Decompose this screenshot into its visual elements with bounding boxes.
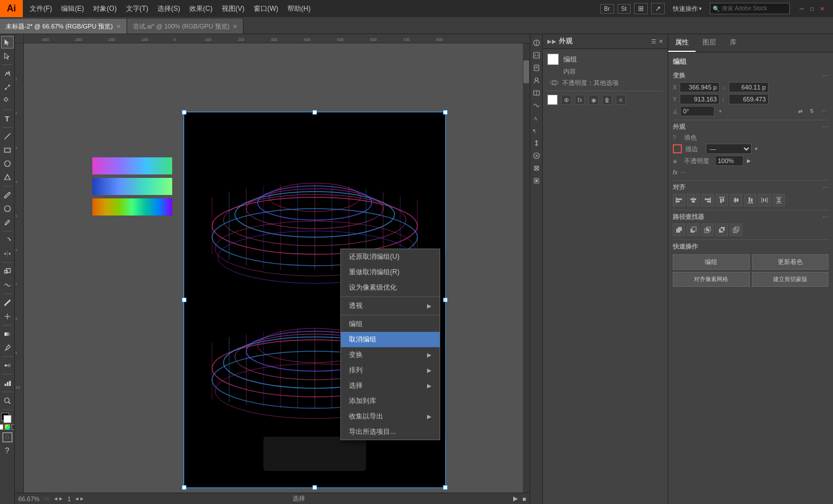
right-icon-10[interactable]: [531, 151, 542, 161]
tool-curvature[interactable]: [1, 81, 14, 94]
status-play[interactable]: ▶: [513, 495, 518, 502]
align-right[interactable]: [701, 194, 714, 206]
distribute-h[interactable]: [758, 194, 771, 206]
ctx-group[interactable]: 编组: [341, 316, 440, 332]
tool-magnify[interactable]: [1, 395, 14, 407]
qa-group-btn[interactable]: 编组: [673, 254, 750, 270]
search-bar[interactable]: 🔍 搜索 Adobe Stock: [710, 3, 790, 14]
menu-view[interactable]: 视图(V): [217, 0, 249, 17]
ctx-export-selected[interactable]: 导出所选项目...: [341, 424, 440, 440]
align-center-v[interactable]: [730, 194, 742, 206]
tool-graph[interactable]: [1, 377, 14, 389]
group-swatch[interactable]: [547, 54, 559, 65]
mask-btn[interactable]: ◉: [588, 95, 599, 105]
tool-blend[interactable]: [1, 359, 14, 372]
pf-exclude[interactable]: [716, 223, 728, 236]
tool-eyedropper[interactable]: [1, 342, 14, 354]
appearance-menu[interactable]: ☰: [651, 38, 656, 44]
opacity-more[interactable]: ▶: [747, 158, 751, 164]
menu-edit[interactable]: 编辑(E): [56, 0, 88, 17]
pf-intersect[interactable]: [701, 223, 714, 236]
pf-unite[interactable]: [673, 223, 685, 236]
ctx-arrange[interactable]: 排列 ▶: [341, 363, 440, 378]
qa-recolor-btn[interactable]: 更新着色: [752, 254, 829, 270]
tool-direct-select[interactable]: [1, 50, 14, 62]
right-icon-12[interactable]: [531, 176, 542, 186]
right-icon-2[interactable]: [531, 50, 542, 60]
pathfinder-more[interactable]: ⋯: [823, 214, 828, 220]
delete-item-btn[interactable]: 🗑: [602, 95, 612, 105]
transform-more[interactable]: ⋯: [823, 72, 828, 79]
ctx-collect-export[interactable]: 收集以导出 ▶: [341, 409, 440, 424]
stroke-dropdown[interactable]: —: [706, 144, 751, 154]
tool-ellipse[interactable]: [1, 157, 14, 170]
right-icon-8[interactable]: ¶: [531, 125, 542, 136]
tool-anchor[interactable]: [1, 95, 14, 107]
tool-pen[interactable]: [1, 67, 14, 80]
color-gradient-btn[interactable]: [5, 424, 10, 430]
stroke-preview[interactable]: [673, 144, 682, 153]
qa-pixel-grid-btn[interactable]: 对齐像素网格: [673, 272, 750, 287]
tool-pencil[interactable]: [1, 216, 14, 229]
tool-gradient[interactable]: [1, 328, 14, 340]
tool-mesh[interactable]: [1, 310, 14, 323]
menu-select[interactable]: 选择(S): [153, 0, 185, 17]
y-input[interactable]: [680, 94, 720, 104]
tab-library[interactable]: 库: [723, 34, 743, 52]
ctx-select[interactable]: 选择 ▶: [341, 378, 440, 393]
ctx-add-to-library[interactable]: 添加到库: [341, 393, 440, 409]
appearance-close[interactable]: ✕: [659, 38, 663, 44]
transform-btn2[interactable]: ⇅: [807, 106, 817, 116]
qa-clipping-mask-btn[interactable]: 建立剪切蒙版: [752, 272, 829, 287]
vscrollbar[interactable]: [523, 43, 530, 493]
stroke-color[interactable]: [3, 415, 11, 423]
menu-file[interactable]: 文件(F): [25, 0, 56, 17]
right-icon-5[interactable]: [531, 88, 542, 98]
duplicate-item-btn[interactable]: ⊕: [561, 95, 571, 105]
tool-question[interactable]: ?: [1, 444, 14, 457]
right-icon-7[interactable]: A: [531, 113, 542, 123]
right-icon-11[interactable]: [531, 163, 542, 173]
tool-select[interactable]: [1, 36, 14, 48]
tool-width[interactable]: [1, 296, 14, 309]
tab-try[interactable]: 尝试.ai* @ 100% (RGB/GPU 预览) ✕: [127, 19, 243, 34]
tool-line[interactable]: [1, 130, 14, 143]
toolbar-grid[interactable]: ⊞: [634, 3, 648, 14]
tool-rotate[interactable]: [1, 234, 14, 246]
appearance-section-more[interactable]: ⋯: [823, 124, 828, 130]
align-more[interactable]: ⋯: [823, 184, 828, 190]
page-arrows[interactable]: ◂ ▸: [75, 495, 84, 502]
w-input[interactable]: [729, 82, 769, 92]
menu-object[interactable]: 对象(O): [88, 0, 121, 17]
menu-window[interactable]: 窗口(W): [249, 0, 283, 17]
tab-close-untitled2[interactable]: ✕: [116, 23, 121, 30]
status-arrows[interactable]: ◂ ▸: [54, 495, 63, 502]
menu-type[interactable]: 文字(T): [121, 0, 153, 17]
toolbar-icon-b[interactable]: Br: [600, 4, 614, 14]
ctx-undo-ungroup[interactable]: 还原取消编组(U): [341, 249, 440, 265]
minimize-button[interactable]: ─: [798, 5, 806, 13]
toolbar-icon-5t[interactable]: St: [617, 4, 631, 14]
align-top[interactable]: [716, 194, 728, 206]
tab-layers[interactable]: 图层: [696, 34, 723, 52]
tab-close-try[interactable]: ✕: [233, 23, 237, 30]
opacity-input[interactable]: [715, 156, 743, 166]
right-icon-4[interactable]: [531, 75, 542, 86]
toolbar-share[interactable]: ↗: [651, 3, 665, 14]
align-left[interactable]: [673, 194, 685, 206]
vscroll-thumb[interactable]: [523, 60, 529, 83]
workspace-selector[interactable]: 快速操作 ▾: [668, 3, 706, 14]
tool-reflect[interactable]: [1, 247, 14, 260]
menu-help[interactable]: 帮助(H): [283, 0, 315, 17]
tab-properties[interactable]: 属性: [668, 34, 696, 52]
distribute-v[interactable]: [773, 194, 785, 206]
tool-paintbrush[interactable]: [1, 189, 14, 201]
ctx-redo-ungroup[interactable]: 重做取消编组(R): [341, 265, 440, 280]
close-button[interactable]: ✕: [818, 5, 826, 13]
tool-type[interactable]: T: [1, 112, 14, 125]
tool-scale[interactable]: [1, 265, 14, 278]
angle-input[interactable]: [680, 106, 714, 116]
tool-polygon[interactable]: [1, 171, 14, 184]
new-item-btn[interactable]: [547, 95, 558, 105]
tool-warp[interactable]: [1, 279, 14, 291]
